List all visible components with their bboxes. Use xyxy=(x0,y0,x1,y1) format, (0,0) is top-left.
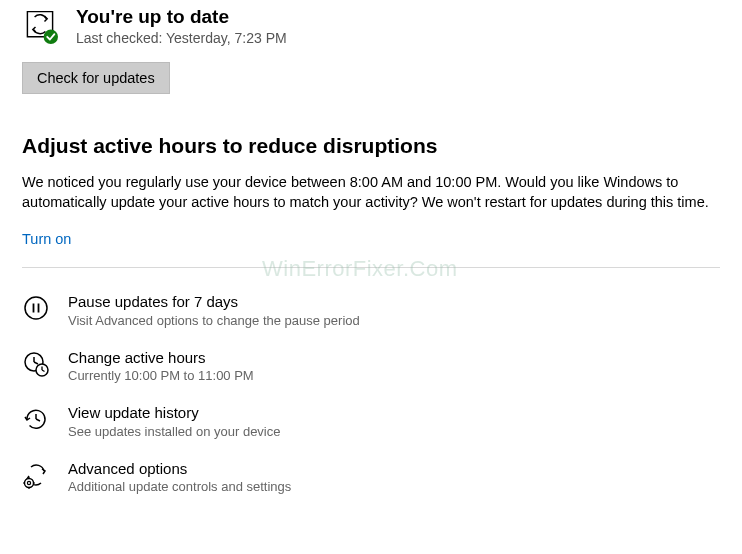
change-active-hours-option[interactable]: Change active hours Currently 10:00 PM t… xyxy=(22,342,720,398)
option-title: Change active hours xyxy=(68,348,254,368)
history-icon xyxy=(22,405,50,433)
turn-on-link[interactable]: Turn on xyxy=(22,231,71,247)
option-text: Advanced options Additional update contr… xyxy=(68,459,291,495)
svg-line-11 xyxy=(36,419,40,421)
svg-point-12 xyxy=(25,478,34,487)
status-text-group: You're up to date Last checked: Yesterda… xyxy=(76,6,287,46)
status-header: You're up to date Last checked: Yesterda… xyxy=(22,6,720,46)
check-for-updates-button[interactable]: Check for updates xyxy=(22,62,170,94)
active-hours-body: We noticed you regularly use your device… xyxy=(22,172,720,213)
option-subtitle: Additional update controls and settings xyxy=(68,479,291,494)
option-subtitle: See updates installed on your device xyxy=(68,424,280,439)
clock-hours-icon xyxy=(22,350,50,378)
option-subtitle: Visit Advanced options to change the pau… xyxy=(68,313,360,328)
option-text: Change active hours Currently 10:00 PM t… xyxy=(68,348,254,384)
svg-point-0 xyxy=(44,30,58,44)
option-title: View update history xyxy=(68,403,280,423)
option-title: Pause updates for 7 days xyxy=(68,292,360,312)
pause-updates-option[interactable]: Pause updates for 7 days Visit Advanced … xyxy=(22,286,720,342)
option-title: Advanced options xyxy=(68,459,291,479)
pause-icon xyxy=(22,294,50,322)
option-text: View update history See updates installe… xyxy=(68,403,280,439)
svg-line-6 xyxy=(34,362,38,364)
sync-check-icon xyxy=(22,8,58,44)
option-subtitle: Currently 10:00 PM to 11:00 PM xyxy=(68,368,254,383)
status-title: You're up to date xyxy=(76,6,287,29)
option-text: Pause updates for 7 days Visit Advanced … xyxy=(68,292,360,328)
active-hours-heading: Adjust active hours to reduce disruption… xyxy=(22,134,720,158)
advanced-options-option[interactable]: Advanced options Additional update contr… xyxy=(22,453,720,509)
svg-point-1 xyxy=(25,297,47,319)
view-update-history-option[interactable]: View update history See updates installe… xyxy=(22,397,720,453)
watermark-text: WinErrorFixer.Com xyxy=(262,256,458,282)
divider xyxy=(22,267,720,268)
advanced-gear-icon xyxy=(22,461,50,489)
status-subtitle: Last checked: Yesterday, 7:23 PM xyxy=(76,30,287,46)
